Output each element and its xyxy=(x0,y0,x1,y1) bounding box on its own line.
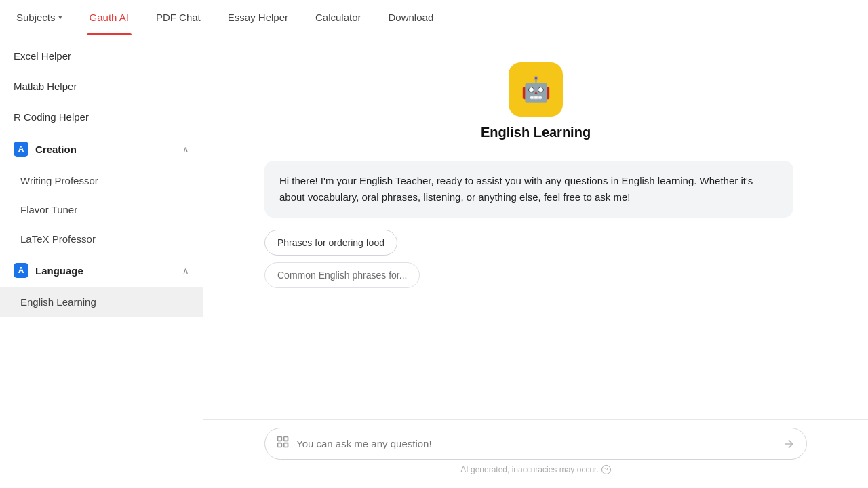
nav-calculator[interactable]: Calculator xyxy=(313,0,364,35)
nav-essay-helper[interactable]: Essay Helper xyxy=(225,0,291,35)
input-area: AI generated, inaccuracies may occur. ? xyxy=(203,419,868,488)
sidebar-item-r-coding-helper[interactable]: R Coding Helper xyxy=(0,102,203,132)
sidebar: Excel Helper Matlab Helper R Coding Help… xyxy=(0,35,203,488)
language-chevron-icon: ∧ xyxy=(182,266,189,276)
chat-messages: Hi there! I'm your English Teacher, read… xyxy=(264,161,807,288)
creation-section-icon: A xyxy=(14,142,28,157)
sidebar-item-writing-professor[interactable]: Writing Professor xyxy=(0,166,203,195)
main-content: 🤖 English Learning Hi there! I'm your En… xyxy=(203,35,868,488)
input-row xyxy=(264,428,807,460)
creation-section-label: Creation xyxy=(35,144,77,155)
suggestion-chips: Phrases for ordering food Common English… xyxy=(264,230,807,288)
sidebar-section-creation[interactable]: A Creation ∧ xyxy=(0,132,203,166)
greeting-message: Hi there! I'm your English Teacher, read… xyxy=(264,161,793,218)
main-layout: Excel Helper Matlab Helper R Coding Help… xyxy=(0,35,868,488)
agent-name: English Learning xyxy=(481,125,591,140)
sidebar-item-english-learning[interactable]: English Learning xyxy=(0,287,203,317)
sidebar-section-language[interactable]: A Language ∧ xyxy=(0,253,203,287)
language-section-icon: A xyxy=(14,263,28,278)
creation-chevron-icon: ∧ xyxy=(182,144,189,155)
language-section-label: Language xyxy=(35,265,83,277)
svg-rect-0 xyxy=(278,437,282,441)
send-button[interactable] xyxy=(782,437,795,451)
nav-subjects[interactable]: Subjects ▾ xyxy=(14,0,65,35)
nav-pdf-chat[interactable]: PDF Chat xyxy=(153,0,203,35)
subjects-label: Subjects xyxy=(16,12,56,23)
chat-input[interactable] xyxy=(296,438,775,449)
disclaimer-info-icon: ? xyxy=(601,465,611,474)
svg-rect-3 xyxy=(284,443,288,447)
sidebar-item-flavor-tuner[interactable]: Flavor Tuner xyxy=(0,195,203,224)
agent-avatar-icon: 🤖 xyxy=(521,75,551,104)
suggestion-chip-1[interactable]: Phrases for ordering food xyxy=(264,230,397,256)
top-navigation: Subjects ▾ Gauth AI PDF Chat Essay Helpe… xyxy=(0,0,868,35)
agent-avatar: 🤖 xyxy=(509,62,563,117)
chat-area: 🤖 English Learning Hi there! I'm your En… xyxy=(203,35,868,419)
sidebar-item-matlab-helper[interactable]: Matlab Helper xyxy=(0,71,203,102)
disclaimer: AI generated, inaccuracies may occur. ? xyxy=(244,465,827,474)
nav-gauth-ai[interactable]: Gauth AI xyxy=(87,0,132,35)
nav-download[interactable]: Download xyxy=(386,0,437,35)
suggestion-chip-2[interactable]: Common English phrases for... xyxy=(264,262,420,288)
input-left-icon xyxy=(276,435,290,452)
svg-rect-1 xyxy=(284,437,288,441)
sidebar-item-excel-helper[interactable]: Excel Helper xyxy=(0,41,203,71)
sidebar-item-latex-professor[interactable]: LaTeX Professor xyxy=(0,224,203,253)
svg-rect-2 xyxy=(278,443,282,447)
agent-header: 🤖 English Learning xyxy=(481,62,591,140)
subjects-chevron-icon: ▾ xyxy=(58,13,62,22)
